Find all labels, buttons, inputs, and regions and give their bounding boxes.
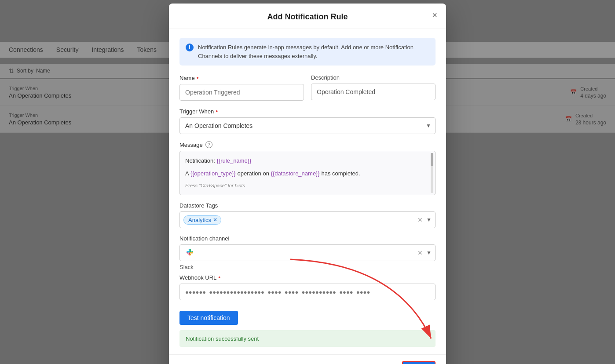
trigger-label: Trigger When • [179,108,436,115]
info-text: Notification Rules generate in-app messa… [198,43,429,60]
tags-input[interactable]: Analytics ✕ ✕ ▼ [179,211,436,228]
msg-a-plain: A [185,170,190,177]
modal-header: Add Notification Rule × [169,4,446,29]
description-input[interactable] [311,84,436,100]
description-label: Description [311,74,436,81]
webhook-required: • [218,274,220,281]
tags-actions: ✕ ▼ [417,216,432,223]
message-label: Message ? [179,141,436,148]
channel-dropdown-icon[interactable]: ▼ [426,250,432,256]
message-hint: Press "Ctrl+Space" for hints [185,182,430,190]
tags-clear-icon[interactable]: ✕ [417,216,423,223]
msg-rule-name-var: {{rule_name}} [217,157,252,164]
close-button[interactable]: × [432,11,437,19]
name-group: Name • [179,74,304,101]
msg-notification-plain: Notification: [185,157,217,164]
analytics-tag: Analytics ✕ [183,215,221,225]
slack-section-label: Slack [179,264,436,270]
webhook-group: Webhook URL • [179,274,436,300]
test-notification-button[interactable]: Test notification [179,311,238,325]
message-box[interactable]: Notification: {{rule_name}} A {{operatio… [179,151,436,195]
success-banner: Notification successfully sent [179,330,436,347]
success-text: Notification successfully sent [186,335,259,342]
cancel-button[interactable]: Cancel [367,362,397,364]
message-group: Message ? Notification: {{rule_name}} A … [179,141,436,195]
name-input[interactable] [179,84,304,101]
msg-completed-plain: has completed. [320,170,360,177]
trigger-group: Trigger When • An Operation Completes ▼ [179,108,436,134]
msg-datastore-var: {{datastore_name}} [271,170,319,177]
message-scrollbar [431,153,433,193]
tags-dropdown-icon[interactable]: ▼ [426,217,432,223]
message-line-1: Notification: {{rule_name}} [185,157,430,166]
trigger-required: • [216,108,218,115]
modal-footer: Cancel Save [169,354,446,364]
trigger-select[interactable]: An Operation Completes [179,117,436,134]
name-label: Name • [179,74,304,81]
modal-body: i Notification Rules generate in-app mes… [169,29,446,354]
modal-title: Add Notification Rule [267,12,348,21]
msg-op-type-var: {{operation_type}} [190,170,236,177]
info-banner: i Notification Rules generate in-app mes… [179,38,436,66]
notification-channel-group: Notification channel [179,235,436,261]
message-line-2: A {{operation_type}} operation on {{data… [185,169,430,178]
name-description-row: Name • Description [179,74,436,101]
slack-icon [183,247,196,259]
channel-clear-icon[interactable]: ✕ [417,249,423,256]
tag-remove-icon[interactable]: ✕ [213,217,217,223]
datastore-tags-group: Datastore Tags Analytics ✕ ✕ ▼ [179,202,436,228]
name-required: • [197,74,199,81]
tag-text: Analytics [188,217,211,223]
channel-input[interactable]: ✕ ▼ [179,244,436,261]
trigger-select-wrapper: An Operation Completes ▼ [179,117,436,134]
webhook-label: Webhook URL • [179,274,436,281]
datastore-tags-label: Datastore Tags [179,202,436,209]
message-help-icon[interactable]: ? [205,141,212,148]
modal: Add Notification Rule × i Notification R… [169,4,446,364]
description-group: Description [311,74,436,101]
msg-op-on-plain: operation on [236,170,271,177]
webhook-input[interactable] [179,284,436,300]
notification-channel-label: Notification channel [179,235,436,242]
message-scrollbar-thumb [431,153,433,166]
info-icon: i [186,44,194,51]
save-button[interactable]: Save [402,361,436,364]
channel-actions: ✕ ▼ [417,249,432,256]
